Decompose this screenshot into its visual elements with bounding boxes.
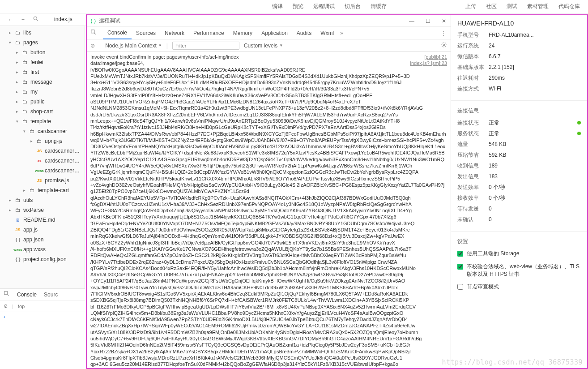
devtools-tab-network[interactable]: Network <box>160 27 189 39</box>
menu-item[interactable]: 预览 <box>293 3 303 10</box>
info-row: 手机型号FRD-AL10armea... <box>457 30 581 40</box>
menu-item[interactable]: 远程调试 <box>313 3 335 10</box>
devtools-tab-memory[interactable]: Memory <box>229 27 257 39</box>
bottom-inspect-icon[interactable] <box>4 291 10 298</box>
tree-item[interactable]: ▸🗀libs <box>0 28 85 38</box>
console-toolbar: ⊘ | Node.js Main Context▼ | Custom level… <box>87 39 451 52</box>
devtools-tab-performance[interactable]: Performance <box>189 27 229 39</box>
window-maximize-icon[interactable]: ☐ <box>425 18 431 24</box>
settings-checkbox[interactable]: 节点审查模式 <box>451 280 587 293</box>
devtools-menu-icon[interactable]: ⋮ <box>441 30 446 36</box>
tree-item[interactable]: ▸🗀button <box>0 47 85 57</box>
info-row: 连接方式Wi-Fi <box>457 83 581 94</box>
menu-item[interactable]: 素材管理 <box>527 3 549 10</box>
info-row: 等待发送0 <box>457 203 581 214</box>
tree-item[interactable]: JScardscanner… <box>0 146 85 156</box>
info-row: 收到信息189 <box>457 160 581 171</box>
menu-item[interactable]: 切后台 <box>345 3 361 10</box>
bottom-tab-sources[interactable]: Sourc <box>44 292 58 298</box>
tree-item[interactable]: ▸🗀my <box>0 87 85 97</box>
more-tabs-icon[interactable]: » <box>340 30 343 36</box>
settings-checkbox[interactable]: 不校验合法域名、web-view（业务域名）、TLS 版本以及 HTTPS 证书 <box>451 260 587 281</box>
devtools-tabs: ConsoleSourcesNetworkPerformanceMemoryAp… <box>87 27 451 39</box>
tree-item[interactable]: wxssapp.wxss <box>0 245 85 254</box>
clear-console-icon[interactable]: ⊘ <box>90 43 95 49</box>
source-link[interactable]: [publib]:21 <box>424 54 447 60</box>
devtools-window: ⟨ ⟩ 远程调试 — ☐ ✕ ConsoleSourcesNetworkPerf… <box>86 14 588 369</box>
search-icon[interactable] <box>33 16 39 23</box>
info-row: 运行系统24 <box>457 40 581 51</box>
file-tab[interactable]: index.js <box>48 14 79 25</box>
device-name: HUAWEI-FRD-AL10 <box>457 20 581 27</box>
tree-item[interactable]: ▸🗀template-cart <box>0 185 85 195</box>
window-close-icon[interactable]: ✕ <box>441 18 447 24</box>
execution-context-selector[interactable]: Node.js Main Context▼ <box>105 43 162 49</box>
devtools-tab-audits[interactable]: Audits <box>292 27 316 39</box>
tree-item[interactable]: 🗎README.md <box>0 215 85 225</box>
console-log-line: data:image/jpeg;base64, index.js? [sm]:2… <box>90 60 447 66</box>
tree-item[interactable]: ▾🗀pages <box>0 38 85 47</box>
bottom-context[interactable]: top <box>18 304 25 309</box>
tree-item[interactable]: ▸🗀utils <box>0 195 85 205</box>
conn-info-header: 连接信息 <box>451 103 587 116</box>
tree-item[interactable]: ▸🗀first <box>0 67 85 77</box>
tree-item[interactable]: ▸🗀public <box>0 97 85 107</box>
bottom-tab-console[interactable]: Console <box>17 292 37 298</box>
svg-point-0 <box>34 17 37 20</box>
info-row: 往返耗时290ms <box>457 73 581 83</box>
tree-item[interactable]: <>cardscanner… <box>0 156 85 166</box>
tree-item[interactable]: ▸🗀message <box>0 77 85 87</box>
menu-item[interactable]: 社区 <box>486 3 497 10</box>
tree-item[interactable]: ▸🗀wxParse <box>0 205 85 215</box>
console-prompt-icon: › <box>4 314 5 319</box>
menu-item[interactable]: 清缓存 <box>371 3 387 10</box>
tree-item[interactable]: ▸🗀shop-cart <box>0 107 85 116</box>
devtools-icon: ⟨ ⟩ <box>90 18 96 24</box>
tree-item[interactable]: JSapp.js <box>0 225 85 235</box>
devtools-tab-wxml[interactable]: Wxml <box>316 27 338 39</box>
console-log-line: Invoke event bindConfirm in page: pages/… <box>90 54 447 60</box>
info-row: 发出信息183 <box>457 171 581 182</box>
inspect-icon[interactable] <box>90 29 97 37</box>
info-row: 连接状态正常 <box>457 117 581 128</box>
devtools-tab-sources[interactable]: Sources <box>132 27 160 39</box>
tree-item[interactable]: JSpromise.js <box>0 176 85 185</box>
info-row: 基础库版本2.2.1 [152] <box>457 62 581 73</box>
tree-item[interactable]: ▾🗀template <box>0 116 85 126</box>
devtools-tab-console[interactable]: Console <box>103 27 132 39</box>
menu-item[interactable]: 测试 <box>507 3 517 10</box>
devtools-tab-application[interactable]: Application <box>257 27 292 39</box>
devtools-title: 远程调试 <box>99 17 120 25</box>
svg-point-3 <box>443 44 445 46</box>
bottom-clear-icon[interactable]: ⊘ <box>4 303 8 309</box>
menu-item[interactable]: 编译 <box>272 3 283 10</box>
window-minimize-icon[interactable]: — <box>409 18 415 24</box>
console-log-blob: iVBORw0KGgoAAAANSUhEUgAAAV8AAAHVCAIAAADZ… <box>90 67 447 368</box>
tree-item[interactable]: { }project.config.json <box>0 254 85 264</box>
menu-item[interactable]: 代码仓库 <box>558 3 580 10</box>
info-row: 服务状态正常 <box>457 128 581 139</box>
top-menu-bar: 编译预览远程调试切后台清缓存 上传社区测试素材管理代码仓库 <box>0 0 588 13</box>
settings-checkbox[interactable]: 使用工具端的 Storage <box>451 247 587 260</box>
back-icon[interactable]: ← <box>8 17 13 23</box>
log-levels-selector[interactable]: Custom levels▼ <box>244 43 283 49</box>
tree-item[interactable]: ▸🗀upng-js <box>0 136 85 146</box>
devtools-titlebar: ⟨ ⟩ 远程调试 — ☐ ✕ <box>87 15 451 27</box>
tree-item[interactable]: ▾🗀cardscanner <box>0 126 85 136</box>
add-icon[interactable]: + <box>21 17 25 23</box>
console-filter-input[interactable] <box>172 42 239 50</box>
top-menu-right: 上传社区测试素材管理代码仓库 <box>465 3 580 10</box>
bottom-console: Console Sourc ⊘ | top › <box>0 288 85 369</box>
info-row: 发送效率0 个/秒 <box>457 182 581 193</box>
tree-item[interactable]: ▸🗀fenlei <box>0 57 85 67</box>
menu-item[interactable]: 上传 <box>465 3 476 10</box>
info-row: 流量548 KB <box>457 139 581 150</box>
top-menu-left: 编译预览远程调试切后台清缓存 <box>272 3 387 10</box>
source-link[interactable]: index.js? [sm]:23 <box>410 60 447 66</box>
tree-item[interactable]: { }app.json <box>0 235 85 245</box>
info-row: 压缩节省592 KB <box>457 150 581 160</box>
info-row: 未确认0 <box>457 214 581 225</box>
status-dot-icon <box>577 121 581 124</box>
tree-item[interactable]: wxsscardscanner… <box>0 166 85 176</box>
console-settings-icon[interactable] <box>441 42 447 49</box>
